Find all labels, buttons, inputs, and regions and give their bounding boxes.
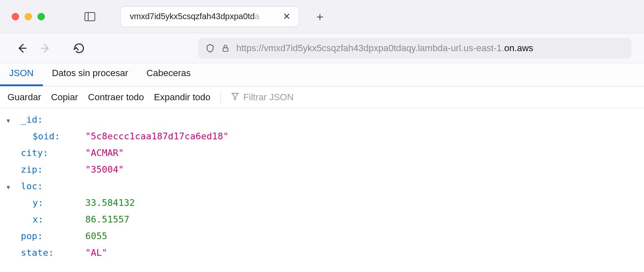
- json-row-x[interactable]: x: 86.51557: [4, 211, 640, 228]
- url-text: https://vmxd7id5ykx5csqzfah43dpxpa0tdaqy…: [236, 43, 533, 54]
- json-row-zip[interactable]: zip: "35004": [4, 161, 640, 178]
- collapse-toggle-icon[interactable]: ▼: [4, 180, 12, 193]
- svg-rect-0: [85, 12, 95, 21]
- window-minimize-button[interactable]: [25, 13, 32, 20]
- filter-input[interactable]: [243, 92, 368, 103]
- json-row-state[interactable]: state: "AL": [4, 245, 640, 261]
- tab-json[interactable]: JSON: [0, 63, 43, 86]
- json-toolbar: Guardar Copiar Contraer todo Expandir to…: [0, 87, 644, 108]
- copy-button[interactable]: Copiar: [51, 92, 78, 103]
- tab-raw-data[interactable]: Datos sin procesar: [43, 63, 137, 86]
- back-button[interactable]: [12, 39, 31, 57]
- browser-navbar: https://vmxd7id5ykx5csqzfah43dpxpa0tdaqy…: [0, 33, 644, 63]
- json-row-loc[interactable]: ▼ loc:: [4, 178, 640, 195]
- window-close-button[interactable]: [12, 13, 19, 20]
- json-row-id[interactable]: ▼ _id:: [4, 111, 640, 128]
- json-value: 33.584132: [85, 195, 135, 211]
- json-value: 86.51557: [85, 211, 129, 228]
- json-key: zip:: [21, 161, 85, 178]
- tab-headers[interactable]: Cabeceras: [137, 63, 200, 86]
- toolbar-divider: [220, 91, 221, 104]
- json-key: $oid:: [32, 128, 85, 145]
- json-tree: ▼ _id: $oid: "5c8eccc1caa187d17ca6ed18" …: [0, 108, 644, 270]
- window-maximize-button[interactable]: [37, 13, 45, 20]
- json-viewer-tabs: JSON Datos sin procesar Cabeceras: [0, 63, 644, 87]
- json-key: pop:: [21, 228, 85, 245]
- traffic-lights: [12, 13, 45, 20]
- json-row-pop[interactable]: pop: 6055: [4, 228, 640, 245]
- sidebar-toggle-icon[interactable]: [84, 12, 95, 21]
- collapse-toggle-icon[interactable]: ▼: [4, 113, 12, 126]
- json-value: "35004": [85, 161, 124, 178]
- json-key: city:: [21, 145, 85, 161]
- json-row-city[interactable]: city: "ACMAR": [4, 145, 640, 161]
- reload-button[interactable]: [70, 39, 88, 57]
- address-bar[interactable]: https://vmxd7id5ykx5csqzfah43dpxpa0tdaqy…: [198, 38, 632, 59]
- browser-tab-active[interactable]: vmxd7id5ykx5csqzfah43dpxpa0tda ✕: [120, 6, 299, 27]
- filter-icon: [231, 92, 239, 103]
- save-button[interactable]: Guardar: [7, 92, 41, 103]
- new-tab-button[interactable]: ＋: [314, 11, 326, 22]
- shield-icon: [206, 43, 215, 53]
- json-key: x:: [32, 211, 85, 228]
- expand-all-button[interactable]: Expandir todo: [154, 92, 211, 103]
- json-row-y[interactable]: y: 33.584132: [4, 195, 640, 211]
- svg-marker-5: [232, 93, 238, 99]
- json-value: "AL": [85, 245, 107, 261]
- json-row-oid[interactable]: $oid: "5c8eccc1caa187d17ca6ed18": [4, 128, 640, 145]
- window-titlebar: vmxd7id5ykx5csqzfah43dpxpa0tda ✕ ＋: [0, 0, 644, 33]
- json-value: "ACMAR": [85, 145, 124, 161]
- json-key: y:: [32, 195, 85, 211]
- json-key: loc:: [21, 178, 85, 195]
- svg-rect-4: [223, 48, 228, 51]
- lock-icon: [221, 43, 230, 53]
- browser-tabs: vmxd7id5ykx5csqzfah43dpxpa0tda ✕ ＋: [120, 0, 326, 33]
- filter-wrap: [231, 92, 368, 103]
- tab-close-icon[interactable]: ✕: [281, 11, 292, 22]
- json-value: "5c8eccc1caa187d17ca6ed18": [85, 128, 228, 145]
- collapse-all-button[interactable]: Contraer todo: [88, 92, 144, 103]
- json-key: _id:: [21, 111, 85, 128]
- json-value: 6055: [85, 228, 107, 245]
- tab-title: vmxd7id5ykx5csqzfah43dpxpa0tda: [130, 12, 275, 21]
- json-key: state:: [21, 245, 85, 261]
- forward-button[interactable]: [37, 39, 55, 57]
